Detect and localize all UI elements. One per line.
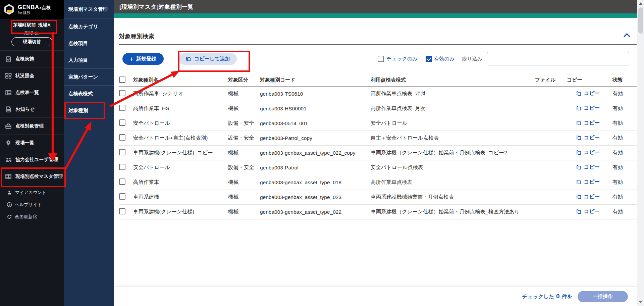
subnav-item-execution-pattern[interactable]: 実施パターン <box>64 68 114 85</box>
select-all-checkbox[interactable] <box>119 76 125 83</box>
check-only-checkbox[interactable] <box>378 56 384 62</box>
copy-icon <box>576 135 582 141</box>
copy-link[interactable]: コピー <box>576 208 600 215</box>
sidebar-item-site-inspection-master-mgmt[interactable]: 現場別点検マスタ管理 <box>0 168 64 185</box>
target-type-name-cell: 高所作業車 <box>133 179 228 186</box>
sidebar-item-status-inquiry[interactable]: 状況照会 <box>0 67 64 84</box>
subnav-item-inspection-category[interactable]: 点検カテゴリ <box>64 18 114 35</box>
filter-input[interactable] <box>487 52 629 65</box>
copy-link[interactable]: コピー <box>576 149 600 156</box>
copy-link[interactable]: コピー <box>576 119 600 126</box>
checklist-format-cell: 安全パトロール <box>371 120 535 127</box>
sidebar-item-partner-user-mgmt[interactable]: 協力会社ユーザ管理 <box>0 151 64 168</box>
target-category-cell: 機械 <box>228 105 260 112</box>
status-cell: 有効 <box>604 208 637 215</box>
col-header-category: 対象区分 <box>228 77 260 83</box>
row-checkbox-cell <box>119 134 133 142</box>
active-only-checkbox[interactable] <box>426 56 432 62</box>
subnav-item-checklist-format[interactable]: 点検表様式 <box>64 85 114 102</box>
row-checkbox[interactable] <box>119 134 125 141</box>
sidebar-footer-item-refresh-screen[interactable]: 画面最新化 <box>0 211 64 223</box>
copy-link[interactable]: コピー <box>576 178 600 186</box>
teal-accent-bar <box>114 13 637 18</box>
status-cell: 有効 <box>604 90 637 97</box>
copy-link[interactable]: コピー <box>576 90 600 97</box>
row-checkbox-cell <box>119 119 133 127</box>
copy-cell: コピー <box>567 208 604 216</box>
copy-link[interactable]: コピー <box>576 105 600 112</box>
scrollbar-up-arrow-icon[interactable] <box>639 2 643 5</box>
copy-link-label: コピー <box>584 134 600 141</box>
checklist-format-cell: 自主＋安全パトロール点検表 <box>371 135 535 142</box>
status-cell: 有効 <box>604 135 637 142</box>
col-header-code: 対象種別コード <box>260 77 371 83</box>
copy-link[interactable]: コピー <box>576 134 600 141</box>
subnav: 現場別マスタ管理 点検カテゴリ点検項目入力項目実施パターン点検表様式対象種別 <box>64 0 114 306</box>
row-checkbox[interactable] <box>119 208 125 214</box>
search-panel: 対象種別検索 + 新規登録 コピーして追加 チェッ <box>119 32 637 219</box>
copy-cell: コピー <box>567 90 604 98</box>
target-category-cell: 機械 <box>228 194 260 201</box>
sidebar-footer-item-my-account[interactable]: マイアカウント <box>0 187 64 199</box>
target-type-name-cell: 車両系建機(クレーン仕様) <box>133 208 228 215</box>
table-row: 車両系建機(クレーン仕様)_コピー機械genba003-genbax_asset… <box>119 146 637 160</box>
sidebar-item-notices[interactable]: お知らせ <box>0 101 64 117</box>
row-checkbox[interactable] <box>119 193 125 200</box>
row-checkbox[interactable] <box>119 164 125 170</box>
scrollbar-thumb[interactable] <box>638 7 643 34</box>
scrollbar-down-arrow-icon[interactable] <box>639 301 643 303</box>
subnav-item-inspection-item[interactable]: 点検項目 <box>64 35 114 52</box>
sidebar-item-label: お知らせ <box>15 106 35 112</box>
app-logo: GENBAx点検 for 建設 <box>0 0 64 19</box>
status-cell: 有効 <box>604 105 637 112</box>
col-header-status: 状態 <box>604 77 637 83</box>
sidebar-item-checklist-list[interactable]: 点検表一覧 <box>0 84 64 101</box>
bulk-action-button[interactable]: 一括操作 <box>578 291 628 302</box>
site-switch-button[interactable]: 現場切替 <box>11 37 52 46</box>
copy-link-label: コピー <box>584 208 600 215</box>
sidebar-item-inspection-execute[interactable]: 点検実施 <box>0 50 64 67</box>
table-row: 車両系建機機械genba003-genbax_asset_type_023車両系… <box>119 190 637 205</box>
copy-icon <box>576 194 582 200</box>
checked-count: 0 <box>556 293 560 300</box>
table-row: 安全パトロール+自主(点検表別)設備・安全genba003-Patrol_cop… <box>119 131 637 146</box>
row-checkbox[interactable] <box>119 149 125 155</box>
copy-link-label: コピー <box>584 119 600 126</box>
copy-icon <box>576 150 582 155</box>
table-row: 高所作業車_シナリオ機械genba003-TS0610高所作業車点検表_ｼﾅﾘｵ… <box>119 87 637 101</box>
subnav-item-target-type[interactable]: 対象種別 <box>64 102 114 119</box>
vertical-scrollbar[interactable] <box>637 0 644 306</box>
sidebar-footer-item-help-site[interactable]: ?ヘルプサイト <box>0 199 64 211</box>
row-checkbox[interactable] <box>119 178 125 185</box>
target-type-name-cell: 車両系建機 <box>133 194 228 201</box>
filter-label: 絞り込み <box>462 56 482 62</box>
copy-cell: コピー <box>567 149 604 157</box>
copy-link-label: コピー <box>584 149 600 156</box>
row-checkbox[interactable] <box>119 90 125 96</box>
sidebar-item-label: 状況照会 <box>15 73 34 79</box>
target-type-name-cell: 安全パトロール+自主(点検表別) <box>133 135 228 142</box>
row-checkbox[interactable] <box>119 105 125 111</box>
target-type-name-cell: 車両系建機(クレーン仕様)_コピー <box>133 149 228 156</box>
check-only-label: チェックのみ <box>386 56 417 62</box>
status-cell: 有効 <box>604 194 637 201</box>
copy-and-add-button[interactable]: コピーして追加 <box>179 53 236 65</box>
sidebar-item-label: 点検対象管理 <box>15 123 44 129</box>
copy-link-label: コピー <box>584 90 600 97</box>
row-checkbox[interactable] <box>119 119 125 126</box>
checklist-format-cell: 車両系建機（クレーン仕様）始業前・月例点検表_検査方法あり <box>371 208 535 215</box>
copy-cell: コピー <box>567 178 604 186</box>
table-row: 高所作業車_HS機械genba003-HS00001高所作業車点検表_月次コピー… <box>119 101 637 116</box>
active-only-label: 有効のみ <box>434 56 455 62</box>
status-grid-icon <box>5 72 12 79</box>
col-header-name: 対象種別名 <box>133 77 228 83</box>
subnav-item-input-item[interactable]: 入力項目 <box>64 52 114 68</box>
chevron-up-icon[interactable] <box>623 33 631 39</box>
target-category-cell: 設備・安全 <box>228 164 260 171</box>
sidebar-item-site-list[interactable]: 現場一覧 <box>0 134 64 151</box>
users-icon <box>5 156 12 163</box>
copy-link[interactable]: コピー <box>576 164 600 171</box>
new-register-button[interactable]: + 新規登録 <box>122 53 164 65</box>
sidebar-item-inspection-target-mgmt[interactable]: 点検対象管理 <box>0 117 64 134</box>
copy-link[interactable]: コピー <box>576 193 600 200</box>
